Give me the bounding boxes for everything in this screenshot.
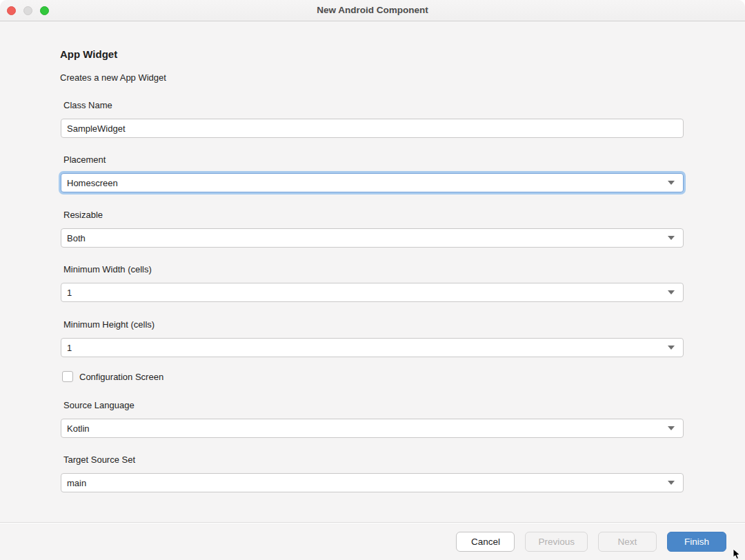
previous-button[interactable]: Previous	[525, 532, 588, 552]
minimize-button[interactable]	[23, 6, 32, 15]
mouse-cursor	[733, 548, 742, 560]
target-source-set-value: main	[61, 478, 668, 488]
resizable-label: Resizable	[63, 210, 103, 220]
cancel-button[interactable]: Cancel	[456, 532, 515, 552]
target-source-set-dropdown[interactable]: main	[61, 473, 684, 492]
min-width-dropdown[interactable]: 1	[61, 283, 684, 302]
zoom-button[interactable]	[40, 6, 49, 15]
titlebar: New Android Component	[0, 0, 745, 21]
resizable-value: Both	[61, 233, 668, 243]
resizable-dropdown[interactable]: Both	[61, 228, 684, 248]
footer-divider	[0, 522, 745, 523]
min-width-label: Minimum Width (cells)	[63, 264, 152, 274]
page-subtitle: Creates a new App Widget	[60, 72, 166, 83]
configuration-screen-checkbox-row[interactable]: Configuration Screen	[62, 371, 163, 382]
chevron-down-icon	[668, 181, 675, 185]
min-width-value: 1	[61, 288, 668, 298]
new-android-component-dialog: New Android Component App Widget Creates…	[0, 0, 745, 560]
class-name-input[interactable]	[61, 119, 684, 138]
source-language-value: Kotlin	[61, 423, 668, 434]
min-height-label: Minimum Height (cells)	[63, 319, 155, 330]
chevron-down-icon	[668, 236, 675, 240]
configuration-screen-checkbox[interactable]	[62, 371, 73, 382]
placement-label: Placement	[63, 154, 106, 165]
min-height-dropdown[interactable]: 1	[61, 338, 684, 357]
chevron-down-icon	[668, 481, 675, 485]
placement-dropdown[interactable]: Homescreen	[61, 173, 684, 192]
min-height-value: 1	[61, 343, 668, 353]
source-language-label: Source Language	[63, 400, 135, 410]
class-name-label: Class Name	[63, 100, 112, 110]
chevron-down-icon	[668, 426, 675, 430]
dialog-buttons: Cancel Previous Next Finish	[456, 532, 726, 552]
close-button[interactable]	[7, 6, 16, 15]
chevron-down-icon	[668, 346, 675, 350]
chevron-down-icon	[668, 290, 675, 294]
configuration-screen-label: Configuration Screen	[79, 372, 163, 382]
next-button[interactable]: Next	[598, 532, 657, 552]
window-title: New Android Component	[0, 0, 745, 21]
target-source-set-label: Target Source Set	[63, 454, 135, 465]
page-title: App Widget	[60, 48, 117, 60]
placement-value: Homescreen	[61, 178, 668, 188]
finish-button[interactable]: Finish	[667, 532, 726, 552]
window-controls	[7, 6, 49, 15]
source-language-dropdown[interactable]: Kotlin	[61, 419, 684, 438]
